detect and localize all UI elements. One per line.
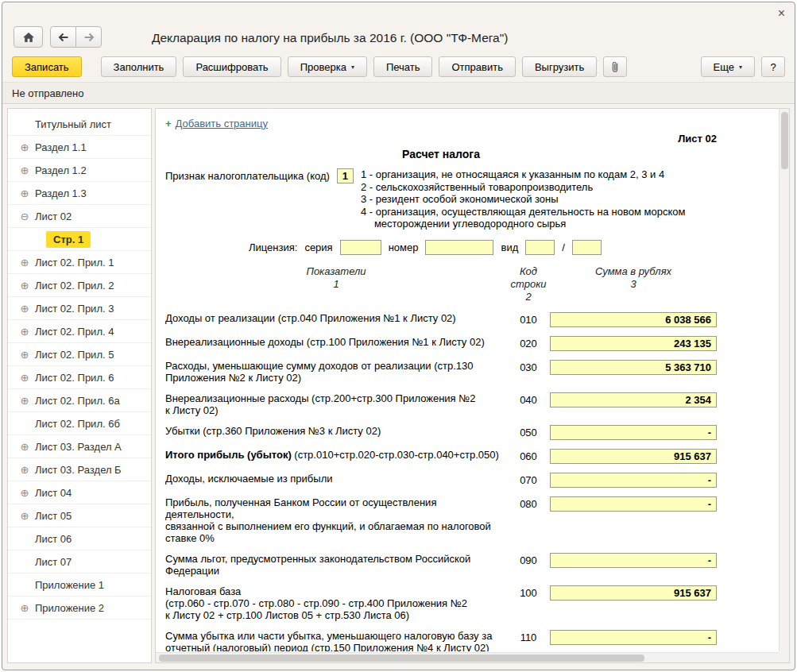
- row-value-field[interactable]: 5 363 710: [550, 360, 717, 375]
- more-menu-label: Еще: [714, 61, 734, 73]
- add-page-link[interactable]: +Добавить страницу: [165, 118, 268, 129]
- table-row: Сумма убытка или части убытка, уменьшающ…: [165, 630, 778, 652]
- expand-icon[interactable]: ⊕: [14, 257, 35, 268]
- table-row: Внереализационные расходы (стр.200+стр.3…: [165, 392, 778, 416]
- sidebar-item[interactable]: Приложение 1: [8, 574, 151, 597]
- taxpayer-option: 3 - резидент особой экономической зоны: [361, 193, 712, 206]
- row-value-field[interactable]: 6 038 566: [550, 312, 717, 327]
- row-value-field[interactable]: 243 135: [550, 336, 717, 351]
- sidebar-item-label: Лист 07: [35, 556, 72, 568]
- sidebar-item[interactable]: Титульный лист: [8, 113, 151, 136]
- sidebar-item[interactable]: Лист 07: [8, 550, 151, 574]
- save-button[interactable]: Записать: [12, 56, 82, 77]
- expand-icon[interactable]: ⊕: [14, 280, 35, 292]
- row-value-field[interactable]: -: [550, 553, 717, 568]
- sidebar-item[interactable]: ⊕Лист 03. Раздел А: [8, 435, 151, 458]
- column-header-line-code: Код строки 2: [507, 265, 550, 303]
- vertical-scrollbar-thumb[interactable]: [781, 112, 788, 169]
- print-button[interactable]: Печать: [373, 56, 433, 77]
- taxpayer-code-field[interactable]: [337, 168, 354, 183]
- row-code: 070: [507, 473, 550, 486]
- check-menu-label: Проверка: [300, 61, 346, 73]
- expand-icon[interactable]: ⊕: [14, 187, 35, 199]
- sidebar-item[interactable]: ⊖Лист 02: [8, 205, 151, 228]
- sidebar-item[interactable]: ⊕Лист 02. Прил. 6а: [8, 389, 151, 412]
- upload-button[interactable]: Выгрузить: [522, 56, 597, 77]
- sidebar-item[interactable]: ⊕Раздел 1.3: [8, 182, 151, 205]
- expand-icon[interactable]: ⊕: [14, 372, 35, 384]
- sidebar-item[interactable]: Лист 02. Прил. 6б: [8, 412, 151, 435]
- license-kind2-field[interactable]: [572, 240, 602, 255]
- license-kind-field[interactable]: [525, 240, 555, 255]
- expand-icon[interactable]: ⊕: [14, 303, 35, 315]
- row-value-field[interactable]: -: [550, 496, 717, 512]
- sidebar-item[interactable]: ⊕Лист 05: [8, 504, 151, 527]
- sidebar-item[interactable]: ⊕Приложение 2: [8, 597, 151, 620]
- home-button[interactable]: [14, 26, 43, 48]
- check-menu-button[interactable]: Проверка ▾: [288, 56, 367, 77]
- help-button[interactable]: ?: [761, 56, 785, 77]
- sidebar-item[interactable]: ⊕Лист 04: [8, 481, 151, 504]
- toolbar: Записать Заполнить Расшифровать Проверка…: [2, 52, 795, 82]
- expand-icon[interactable]: ⊕: [14, 164, 35, 176]
- sidebar-item[interactable]: ⊕Лист 02. Прил. 4: [8, 320, 151, 343]
- row-value-field[interactable]: 915 637: [550, 585, 717, 601]
- sidebar-item-label: Раздел 1.2: [35, 164, 87, 176]
- decipher-button[interactable]: Расшифровать: [183, 56, 280, 77]
- expand-icon[interactable]: ⊕: [14, 602, 35, 614]
- expand-icon[interactable]: ⊕: [14, 487, 35, 499]
- sidebar-item-label: Лист 06: [35, 533, 72, 545]
- horizontal-scrollbar-thumb[interactable]: [159, 655, 644, 662]
- horizontal-scrollbar[interactable]: [156, 652, 778, 662]
- expand-icon[interactable]: ⊕: [14, 395, 35, 407]
- license-number-field[interactable]: [425, 240, 493, 255]
- sidebar-item[interactable]: ⊕Лист 02. Прил. 6: [8, 366, 151, 389]
- row-code: 010: [507, 312, 550, 326]
- license-series-field[interactable]: [340, 240, 381, 255]
- main-panel: +Добавить страницу Лист 02 Расчет налога…: [155, 108, 790, 663]
- send-button[interactable]: Отправить: [439, 56, 515, 77]
- taxpayer-option: 2 - сельскохозяйственный товаропроизводи…: [361, 181, 712, 194]
- sidebar-item-label: Приложение 1: [35, 579, 104, 591]
- sidebar-item-label: Лист 02. Прил. 6: [35, 372, 114, 384]
- expand-icon[interactable]: ⊕: [14, 141, 35, 153]
- attachment-button[interactable]: [603, 56, 627, 77]
- expand-icon[interactable]: ⊕: [14, 464, 35, 476]
- row-value-field[interactable]: 2 354: [550, 392, 717, 407]
- fill-button[interactable]: Заполнить: [101, 56, 177, 77]
- row-value-field[interactable]: -: [550, 630, 717, 645]
- row-value-field[interactable]: 915 637: [550, 449, 717, 464]
- sidebar-item[interactable]: ⊕Лист 02. Прил. 5: [8, 343, 151, 366]
- license-series-label: серия: [304, 241, 332, 253]
- expand-icon[interactable]: ⊕: [14, 441, 35, 453]
- collapse-icon[interactable]: ⊖: [14, 210, 35, 222]
- table-row: Прибыль, полученная Банком России от осу…: [165, 496, 778, 544]
- expand-icon[interactable]: ⊕: [14, 349, 35, 361]
- expand-icon[interactable]: ⊕: [14, 510, 35, 522]
- sidebar-item[interactable]: ⊕Лист 02. Прил. 1: [8, 251, 151, 274]
- table-column-headers: Показатели 1 Код строки 2 Сумма в рублях…: [165, 265, 778, 303]
- add-page-label: Добавить страницу: [176, 118, 268, 129]
- more-menu-button[interactable]: Еще ▾: [701, 56, 755, 77]
- sidebar-item[interactable]: Стр. 1: [8, 228, 151, 251]
- row-value-field[interactable]: -: [550, 473, 717, 488]
- close-icon[interactable]: ×: [778, 7, 785, 20]
- table-row: Доходы от реализации (стр.040 Приложения…: [165, 312, 778, 327]
- form-title: Расчет налога: [165, 148, 717, 160]
- sidebar-item[interactable]: ⊕Лист 02. Прил. 3: [8, 297, 151, 320]
- sidebar-item[interactable]: ⊕Лист 03. Раздел Б: [8, 458, 151, 481]
- table-row: Внереализационные доходы (стр.100 Прилож…: [165, 336, 778, 351]
- sidebar-item[interactable]: ⊕Раздел 1.2: [8, 159, 151, 182]
- sidebar-item-label: Лист 02. Прил. 3: [35, 303, 114, 315]
- row-label: Сумма льгот, предусмотренных законодател…: [165, 553, 507, 577]
- form-table-rows: Доходы от реализации (стр.040 Приложения…: [165, 312, 778, 652]
- vertical-scrollbar[interactable]: [779, 109, 789, 651]
- expand-icon[interactable]: ⊕: [14, 326, 35, 338]
- forward-button[interactable]: [75, 26, 102, 48]
- back-button[interactable]: [50, 26, 76, 48]
- sidebar-item[interactable]: ⊕Раздел 1.1: [8, 136, 151, 159]
- sidebar-item[interactable]: Лист 06: [8, 527, 151, 550]
- row-code: 040: [507, 392, 550, 406]
- sidebar-item[interactable]: ⊕Лист 02. Прил. 2: [8, 274, 151, 297]
- row-value-field[interactable]: -: [550, 425, 717, 440]
